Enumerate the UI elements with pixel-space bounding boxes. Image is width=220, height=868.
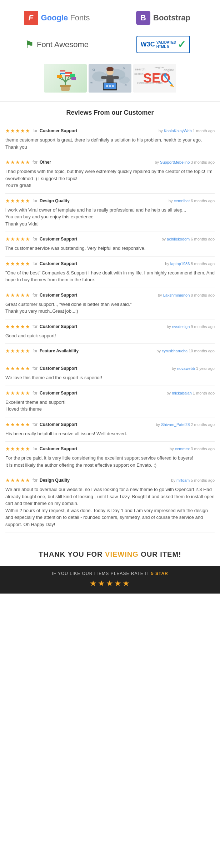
reviewer-name[interactable]: nvsdesign	[172, 324, 190, 329]
svg-rect-26	[113, 76, 119, 79]
review-header: ★★★★★ for Customer Supportby nvsdesign 9…	[5, 324, 215, 329]
review-text: The customer service was outstanding. Ve…	[5, 245, 215, 252]
reviewer-name[interactable]: KoalaKolayWeb	[164, 129, 192, 133]
review-left: ★★★★★ for Design Quality	[5, 198, 70, 204]
review-left: ★★★★★ for Feature Availability	[5, 348, 79, 354]
svg-text:⚙: ⚙	[122, 67, 125, 70]
review-right: by Shivam_Patel28 2 months ago	[156, 422, 215, 427]
svg-text:search: search	[134, 72, 144, 75]
svg-rect-12	[60, 70, 65, 71]
reviewer-name[interactable]: SupportMebelino	[160, 160, 190, 164]
review-item: ★★★★★ for Design Qualityby mrfoam 5 mont…	[5, 473, 215, 532]
review-stars: ★★★★★	[5, 366, 30, 371]
svg-rect-18	[71, 77, 76, 80]
review-item: ★★★★★ for Customer Supportby xemmex 3 mo…	[5, 442, 215, 473]
review-header: ★★★★★ for Feature Availabilityby cyrusbh…	[5, 348, 215, 354]
review-category: Customer Support	[40, 446, 77, 451]
reviewer-name[interactable]: novawebb	[177, 366, 195, 371]
logos-section: F Google Fonts B Bootstrap ⚑	[0, 0, 220, 102]
reviewer-name[interactable]: laptop1986	[170, 262, 190, 266]
review-left: ★★★★★ for Customer Support	[5, 366, 77, 371]
review-category: Customer Support	[40, 237, 77, 242]
review-left: ★★★★★ for Customer Support	[5, 128, 77, 134]
review-stars: ★★★★★	[5, 292, 30, 298]
review-right: by nvsdesign 9 months ago	[167, 324, 215, 329]
review-text: Excellent theme and support!I loved this…	[5, 399, 215, 413]
reviewer-name[interactable]: cyrusbharucha	[162, 349, 188, 353]
google-fonts-text: Google Fonts	[41, 13, 90, 23]
review-category: Customer Support	[40, 293, 77, 298]
bootstrap-logo: B Bootstrap	[112, 7, 215, 29]
reviewer-name[interactable]: mickabalah	[172, 391, 192, 395]
review-item: ★★★★★ for Otherby SupportMebelino 3 mont…	[5, 155, 215, 194]
review-right: by cemnihat 6 months ago	[169, 199, 215, 203]
review-left: ★★★★★ for Customer Support	[5, 236, 77, 242]
svg-text:⚙: ⚙	[92, 68, 95, 72]
tech-woman-image: ⚙ ⚙ ✉ ☁	[89, 64, 131, 93]
reviewer-name[interactable]: achillekodom	[167, 237, 190, 241]
reviewer-name[interactable]: mrfoam	[176, 478, 190, 482]
review-category: Customer Support	[40, 366, 77, 371]
svg-text:☁: ☁	[124, 83, 127, 86]
font-awesome-icon: ⚑	[25, 39, 34, 50]
review-right: by Lakshmimenon 8 months ago	[158, 293, 215, 297]
review-for-label: for	[32, 422, 38, 427]
review-for-label: for	[32, 391, 38, 396]
review-text: Great customer support.., "Well done is …	[5, 301, 215, 315]
google-fonts-icon: F	[24, 11, 38, 25]
svg-rect-1	[60, 85, 71, 87]
review-category: Customer Support	[40, 261, 77, 266]
reviewer-name[interactable]: xemmex	[175, 447, 190, 451]
rating-stars: ★★★★★	[5, 579, 215, 588]
review-left: ★★★★★ for Customer Support	[5, 446, 77, 452]
review-right: by mrfoam 5 months ago	[171, 478, 215, 482]
svg-rect-13	[60, 71, 65, 73]
review-stars: ★★★★★	[5, 390, 30, 396]
svg-rect-14	[60, 73, 65, 74]
review-text: "One of the best" Companies & Support I …	[5, 269, 215, 283]
review-stars: ★★★★★	[5, 198, 30, 204]
review-for-label: for	[32, 261, 38, 266]
svg-point-30	[109, 85, 111, 87]
review-stars: ★★★★★	[5, 446, 30, 452]
reviews-title: Reviews From our Customer	[5, 109, 215, 116]
review-category: Customer Support	[40, 128, 77, 133]
svg-point-31	[112, 85, 114, 87]
review-header: ★★★★★ for Customer Supportby Shivam_Pate…	[5, 422, 215, 427]
feature-images: ⚙ ⚙ ✉ ☁ search engine engine search sear…	[5, 60, 215, 98]
review-stars: ★★★★★	[5, 128, 30, 134]
review-right: by xemmex 3 months ago	[170, 447, 215, 451]
svg-text:engine: engine	[155, 66, 164, 69]
reviewer-name[interactable]: Shivam_Patel28	[161, 422, 190, 427]
review-header: ★★★★★ for Design Qualityby cemnihat 6 mo…	[5, 198, 215, 204]
review-item: ★★★★★ for Customer Supportby Lakshmimeno…	[5, 288, 215, 319]
review-for-label: for	[32, 160, 38, 165]
review-category: Customer Support	[40, 391, 77, 396]
review-for-label: for	[32, 324, 38, 329]
review-item: ★★★★★ for Design Qualityby cemnihat 6 mo…	[5, 194, 215, 232]
review-left: ★★★★★ for Customer Support	[5, 390, 77, 396]
review-text: We love this theme and the support is su…	[5, 374, 215, 381]
svg-point-22	[119, 76, 130, 84]
review-category: Feature Availability	[40, 348, 79, 353]
review-for-label: for	[32, 446, 38, 451]
review-item: ★★★★★ for Customer Supportby mickabalah …	[5, 386, 215, 417]
review-right: by mickabalah 1 month ago	[166, 391, 215, 395]
reviews-container: ★★★★★ for Customer Supportby KoalaKolayW…	[5, 124, 215, 532]
reviewer-name[interactable]: Lakshmimenon	[163, 293, 190, 297]
font-awesome-logo: ⚑ Font Awesome	[5, 32, 108, 57]
review-text: Good and quick support!	[5, 332, 215, 339]
review-header: ★★★★★ for Customer Supportby xemmex 3 mo…	[5, 446, 215, 452]
bootstrap-text: Bootstrap	[153, 13, 190, 23]
review-for-label: for	[32, 198, 38, 203]
seo-image: search engine engine search search optim…	[133, 64, 176, 93]
font-awesome-text: Font Awesome	[37, 40, 89, 49]
w3c-logo: W3C VALIDATED HTML 5 ✓	[112, 32, 215, 57]
thank-you-section: THANK YOU FOR VIEWING OUR ITEM!	[0, 540, 220, 566]
review-stars: ★★★★★	[5, 422, 30, 427]
review-item: ★★★★★ for Feature Availabilityby cyrusbh…	[5, 344, 215, 361]
review-text: I had problems with the topic, but they …	[5, 168, 215, 189]
review-category: Customer Support	[40, 324, 77, 329]
reviewer-name[interactable]: cemnihat	[174, 199, 190, 203]
review-right: by novawebb 1 year ago	[172, 366, 215, 371]
